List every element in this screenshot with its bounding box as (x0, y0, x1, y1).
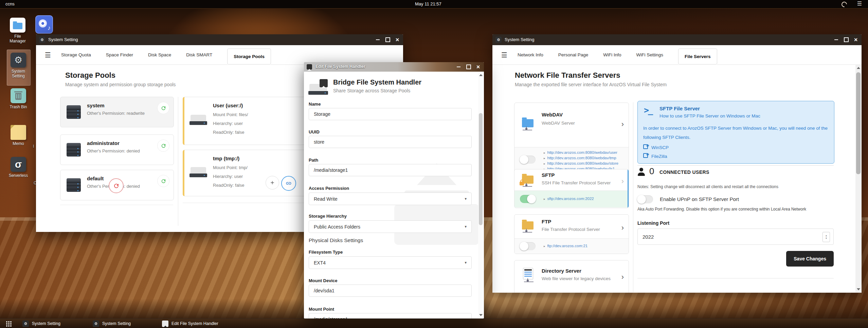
ftp-toggle[interactable] (520, 242, 536, 250)
terminal-icon: >_ (644, 105, 652, 115)
sync-spinner-icon[interactable] (840, 1, 848, 8)
chevron-right-icon[interactable]: › (621, 273, 624, 281)
taskbar-item-edit-fs-handler[interactable]: Edit File System Handler (162, 319, 218, 328)
taskbar-item-label: System Setting (32, 321, 60, 326)
mount-point-input[interactable] (309, 313, 472, 318)
mount-hierarchy: Hierarchy: user (213, 174, 243, 179)
webdav-link[interactable]: ▸http://dev.arozos.com:8080/webdav/store (544, 161, 618, 166)
pool-name: system (87, 103, 105, 108)
sftp-link[interactable]: ▸sftp://dev.arozos.com:2022 (544, 197, 594, 201)
tab-disk-smart[interactable]: Disk SMART (186, 52, 212, 57)
app-grid-icon[interactable] (6, 321, 7, 323)
close-button[interactable]: ✕ (473, 62, 483, 72)
server-icon (67, 143, 81, 157)
taskbar-item-system-setting-1[interactable]: ⚙ System Setting (22, 319, 60, 328)
dialog-edit-fs-handler: Edit File System Handler ✕ Bridge File S… (304, 62, 484, 318)
window-titlebar[interactable]: ⚙ System Setting ✕ (36, 34, 403, 45)
hamburger-icon[interactable]: ☰ (45, 51, 51, 59)
webdav-link[interactable]: ▸http://dev.arozos.com:8080/webdav/user (544, 150, 618, 156)
scroll-up-icon[interactable] (479, 74, 483, 76)
name-input[interactable] (309, 108, 472, 120)
minimize-button[interactable] (453, 62, 464, 72)
desktop-icon-trash-bin[interactable]: Trash Bin (6, 88, 30, 109)
chevron-right-icon[interactable]: › (621, 120, 624, 129)
minimize-button[interactable] (831, 34, 841, 45)
reload-pool-button[interactable] (157, 102, 169, 114)
winscp-link[interactable]: WinSCP (643, 144, 669, 150)
hamburger-icon[interactable]: ☰ (501, 51, 507, 59)
desktop-icon-memo[interactable]: Memo (6, 125, 30, 146)
ftp-link[interactable]: ▸ftp://dev.arozos.com:21 (544, 244, 587, 248)
maximize-button[interactable] (383, 34, 393, 45)
scroll-up-icon[interactable] (857, 67, 860, 69)
mount-hierarchy: Hierarchy: user (213, 121, 243, 126)
desktop-icon-serverless[interactable]: σ Serverless (6, 157, 30, 178)
server-card-webdav[interactable]: WebDAV WebDAV Server › ▸http://dev.arozo… (514, 103, 629, 172)
connected-label: CONNECTED USERS (659, 169, 709, 175)
desktop-icon-system-setting[interactable]: ⚙ System Setting (6, 53, 30, 78)
dialog-subheading: Share Storage across Storage Pools (333, 88, 410, 93)
file-manager-icon (10, 18, 25, 33)
filesystem-type-select[interactable]: EXT4▾ (309, 256, 472, 269)
tab-space-finder[interactable]: Space Finder (106, 52, 133, 57)
close-button[interactable]: ✕ (392, 34, 402, 45)
music-app-icon[interactable]: ♪ (35, 15, 53, 34)
chevron-down-icon: ▾ (465, 224, 467, 229)
close-button[interactable]: ✕ (851, 34, 861, 45)
add-mount-button[interactable] (266, 176, 279, 189)
scroll-down-icon[interactable] (479, 314, 483, 316)
window-titlebar[interactable]: ⚙ System Setting ✕ (492, 34, 862, 45)
pool-card-system[interactable]: system Other's Permission: readwrite (60, 97, 174, 127)
taskbar: ⚙ System Setting ⚙ System Setting Edit F… (0, 318, 868, 328)
window-file-servers: ⚙ System Setting ✕ ☰ Network Info Person… (492, 34, 862, 293)
music-note-icon: ♪ (48, 24, 51, 32)
tab-wifi-info[interactable]: WiFi Info (603, 52, 621, 57)
top-menu-icon[interactable]: ☰ (857, 0, 862, 7)
hostname: ccns (5, 1, 15, 6)
minimize-button[interactable] (373, 34, 383, 45)
path-input[interactable] (309, 164, 472, 176)
info-title: SFTP File Server (659, 106, 700, 111)
number-spinner[interactable]: ▴▾ (822, 232, 830, 242)
scroll-down-icon[interactable] (857, 288, 860, 290)
scrollbar-thumb[interactable] (479, 113, 483, 225)
access-permission-select[interactable]: Read Write▾ (309, 193, 472, 205)
desktop-icon-label: Memo (6, 141, 30, 146)
pool-card-administrator[interactable]: administrator Other's Permission: denied (60, 134, 174, 165)
dialog-titlebar[interactable]: Edit File System Handler ✕ (304, 62, 484, 72)
save-changes-button[interactable]: Save Changes (786, 251, 834, 267)
tab-disk-space[interactable]: Disk Space (148, 52, 171, 57)
server-card-sftp[interactable]: SFTP SSH File Transfer Protocol Server ›… (514, 169, 629, 208)
maximize-button[interactable] (841, 34, 851, 45)
bridge-link-button[interactable] (281, 176, 296, 191)
filezilla-link[interactable]: FileZilla (643, 153, 667, 159)
upnp-toggle[interactable] (637, 195, 653, 203)
listening-port-input[interactable] (637, 229, 834, 245)
webdav-toggle[interactable] (520, 156, 536, 164)
server-card-ftp[interactable]: FTP File Transfer Protocol Server › ▸ftp… (514, 214, 629, 254)
scrollbar[interactable] (478, 72, 483, 318)
reload-pool-button[interactable] (157, 175, 169, 187)
chevron-right-icon[interactable]: › (621, 223, 624, 232)
scrollbar-thumb[interactable] (856, 72, 861, 174)
reload-all-pools-button[interactable] (109, 178, 124, 193)
tab-network-info[interactable]: Network Info (518, 52, 543, 57)
sftp-toggle[interactable] (520, 195, 536, 203)
reload-pool-button[interactable] (157, 140, 169, 152)
tab-file-servers[interactable]: File Servers (678, 49, 717, 65)
tab-storage-quota[interactable]: Storage Quota (61, 52, 91, 57)
uuid-input[interactable] (309, 136, 472, 148)
storage-hierarchy-select[interactable]: Public Access Folders▾ (309, 220, 472, 233)
tab-wifi-settings[interactable]: WiFi Settings (636, 52, 664, 57)
maximize-button[interactable] (464, 62, 474, 72)
mount-device-input[interactable] (309, 285, 472, 297)
desktop-icon-file-manager[interactable]: File Manager (6, 18, 30, 43)
webdav-link[interactable]: ▸http://dev.arozos.com:8080/webdav/tmp (544, 156, 618, 161)
scrollbar[interactable] (855, 65, 861, 292)
tab-storage-pools[interactable]: Storage Pools (227, 49, 271, 65)
tab-personal-page[interactable]: Personal Page (558, 52, 589, 57)
server-desc: File Transfer Protocol Server (542, 227, 600, 232)
taskbar-item-system-setting-2[interactable]: ⚙ System Setting (93, 319, 131, 328)
chevron-right-icon[interactable]: › (621, 177, 624, 186)
server-card-directory[interactable]: Directory Server Web file viewer for leg… (514, 260, 629, 293)
